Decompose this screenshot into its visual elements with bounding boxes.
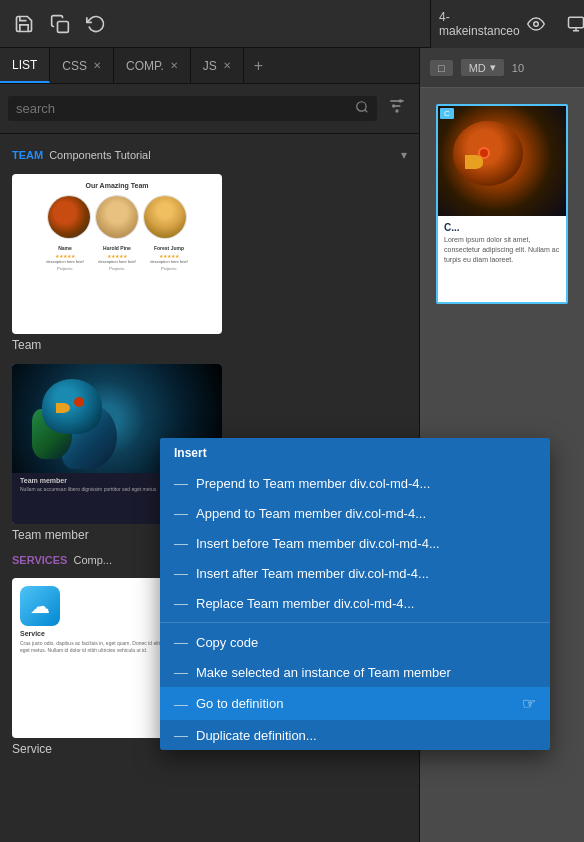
preview-icon[interactable] (520, 8, 552, 40)
context-menu-go-to-definition[interactable]: — Go to definition ☞ (160, 687, 550, 720)
context-menu-insert-before[interactable]: — Insert before Team member div.col-md-4… (160, 528, 550, 558)
canvas-icon: □ (430, 60, 453, 76)
search-icon (355, 100, 369, 117)
left-panel: LIST CSS ✕ COMP. ✕ JS ✕ + (0, 48, 420, 842)
svg-rect-0 (58, 21, 69, 32)
svg-point-5 (357, 102, 366, 111)
context-menu-prepend[interactable]: — Prepend to Team member div.col-md-4... (160, 468, 550, 498)
canvas-parrot-image: C (438, 106, 566, 216)
context-menu-insert-after[interactable]: — Insert after Team member div.col-md-4.… (160, 558, 550, 588)
undo-icon[interactable] (80, 8, 112, 40)
canvas-number: 10 (512, 62, 524, 74)
context-menu-copy-code[interactable]: — Copy code (160, 627, 550, 657)
tab-comp-close[interactable]: ✕ (170, 60, 178, 71)
context-menu-section: Insert (160, 438, 550, 468)
tab-js[interactable]: JS ✕ (191, 48, 244, 83)
md-select[interactable]: MD ▾ (461, 59, 504, 76)
svg-point-10 (393, 105, 395, 107)
team-component-card[interactable]: Our Amazing Team Name ★★★★★ description … (0, 168, 419, 358)
tab-js-close[interactable]: ✕ (223, 60, 231, 71)
context-menu-append[interactable]: — Append to Team member div.col-md-4... (160, 498, 550, 528)
member-3-name: Forest Jump (145, 245, 193, 251)
member-avatar-3 (143, 195, 187, 239)
service-icon: ☁ (20, 586, 60, 626)
context-menu: Insert — Prepend to Team member div.col-… (160, 438, 550, 750)
team-component-name: Team (12, 338, 407, 352)
svg-point-1 (533, 22, 538, 27)
save-icon[interactable] (8, 8, 40, 40)
member-2-name: Harold Pine (93, 245, 141, 251)
tab-css-close[interactable]: ✕ (93, 60, 101, 71)
svg-line-6 (365, 110, 368, 113)
filter-icon[interactable] (383, 92, 411, 125)
export-icon[interactable] (560, 8, 584, 40)
tab-add-button[interactable]: + (244, 57, 273, 75)
context-menu-make-instance[interactable]: — Make selected an instance of Team memb… (160, 657, 550, 687)
tab-css[interactable]: CSS ✕ (50, 48, 114, 83)
search-input[interactable] (16, 101, 349, 116)
member-1-name: Name (41, 245, 89, 251)
search-bar (0, 84, 419, 134)
member-avatar-1 (47, 195, 91, 239)
member-avatar-2 (95, 195, 139, 239)
team-component-preview: Our Amazing Team Name ★★★★★ description … (12, 174, 222, 334)
top-toolbar: 4-makeinstanceo (0, 0, 584, 48)
context-menu-divider-1 (160, 622, 550, 623)
svg-point-11 (400, 100, 402, 102)
search-input-wrap[interactable] (8, 96, 377, 121)
svg-point-12 (396, 110, 398, 112)
canvas-overlay-label: C (440, 108, 454, 119)
canvas-content: C C... Lorem ipsum dolor sit amet, conse… (436, 104, 568, 304)
team-chevron-icon: ▾ (401, 148, 407, 162)
context-menu-duplicate-definition[interactable]: — Duplicate definition... (160, 720, 550, 750)
chevron-down-icon: ▾ (490, 61, 496, 74)
tab-list[interactable]: LIST (0, 48, 50, 83)
cursor-pointer-icon: ☞ (522, 694, 536, 713)
context-menu-replace[interactable]: — Replace Team member div.col-md-4... (160, 588, 550, 618)
copy-icon[interactable] (44, 8, 76, 40)
svg-rect-2 (568, 17, 583, 28)
tabs-bar: LIST CSS ✕ COMP. ✕ JS ✕ + (0, 48, 419, 84)
team-mockup-title: Our Amazing Team (20, 182, 214, 189)
window-title: 4-makeinstanceo (439, 10, 520, 38)
tab-comp[interactable]: COMP. ✕ (114, 48, 191, 83)
team-section-header[interactable]: TEAM Components Tutorial ▾ (0, 142, 419, 168)
right-panel-header: □ MD ▾ 10 (420, 48, 584, 88)
